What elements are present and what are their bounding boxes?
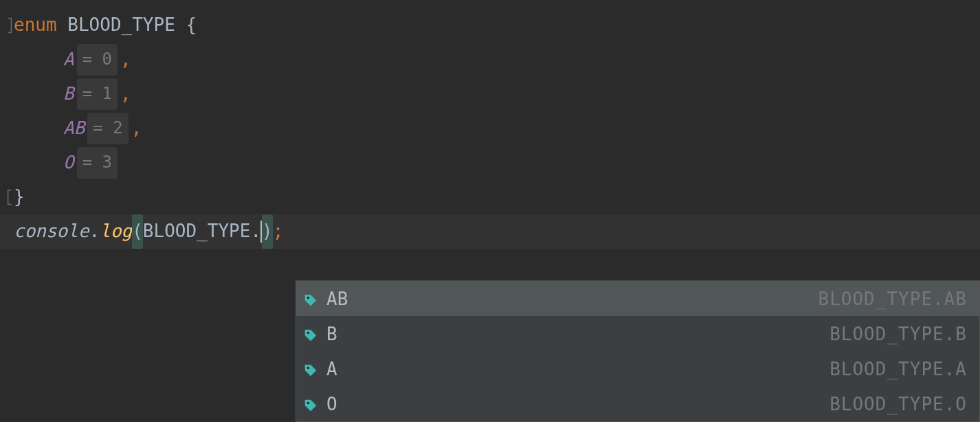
- autocomplete-type: BLOOD_TYPE.O: [829, 394, 967, 414]
- code-line[interactable]: AB = 2 ,: [0, 111, 980, 146]
- code-line-current[interactable]: console . log ( BLOOD_TYPE . ) ;: [0, 214, 980, 249]
- enum-member: AB: [63, 111, 85, 145]
- arg-identifier: BLOOD_TYPE: [143, 214, 251, 248]
- gutter-fold-icon: [7, 187, 12, 208]
- open-brace: {: [186, 8, 197, 42]
- ident-console: console: [14, 214, 89, 248]
- gutter-fold-icon: [7, 15, 12, 36]
- enum-member: O: [63, 146, 74, 179]
- code-line[interactable]: }: [0, 180, 980, 214]
- inlay-hint: = 3: [77, 147, 118, 179]
- close-brace: }: [14, 180, 25, 214]
- svg-point-1: [307, 331, 310, 334]
- inlay-hint: = 1: [77, 78, 118, 110]
- semicolon: ;: [273, 214, 284, 248]
- dot: .: [89, 214, 100, 248]
- autocomplete-type: BLOOD_TYPE.AB: [818, 289, 968, 309]
- autocomplete-label: B: [326, 324, 337, 344]
- code-line[interactable]: B = 1 ,: [0, 77, 980, 111]
- tag-icon: [303, 397, 318, 412]
- code-line[interactable]: enum BLOOD_TYPE {: [0, 8, 980, 43]
- inlay-hint: = 2: [87, 113, 128, 144]
- comma: ,: [120, 43, 131, 76]
- autocomplete-label: AB: [326, 289, 348, 309]
- autocomplete-type: BLOOD_TYPE.A: [829, 359, 967, 379]
- code-line[interactable]: A = 0 ,: [0, 43, 980, 77]
- autocomplete-label: A: [326, 359, 337, 379]
- autocomplete-popup[interactable]: AB BLOOD_TYPE.AB B BLOOD_TYPE.B A BLOOD_…: [296, 280, 980, 422]
- comma: ,: [120, 77, 131, 111]
- autocomplete-item[interactable]: B BLOOD_TYPE.B: [296, 316, 979, 351]
- dot: .: [250, 214, 261, 248]
- autocomplete-item[interactable]: A BLOOD_TYPE.A: [296, 351, 979, 386]
- open-paren: (: [132, 214, 143, 248]
- svg-point-2: [307, 366, 310, 369]
- code-line[interactable]: O = 3: [0, 146, 980, 180]
- svg-point-3: [307, 401, 310, 404]
- tag-icon: [303, 362, 318, 377]
- inlay-hint: = 0: [77, 44, 118, 76]
- enum-identifier: BLOOD_TYPE: [67, 8, 175, 42]
- keyword-enum: enum: [14, 8, 57, 42]
- tag-icon: [303, 291, 318, 307]
- autocomplete-type: BLOOD_TYPE.B: [829, 324, 967, 344]
- comma: ,: [131, 111, 142, 145]
- tag-icon: [303, 326, 318, 342]
- enum-member: A: [63, 43, 74, 76]
- close-paren: ): [262, 214, 273, 248]
- code-editor[interactable]: enum BLOOD_TYPE { A = 0 , B = 1 , AB = 2…: [0, 0, 980, 249]
- autocomplete-label: O: [326, 394, 337, 414]
- autocomplete-item[interactable]: AB BLOOD_TYPE.AB: [296, 281, 979, 316]
- method-log: log: [100, 214, 132, 248]
- enum-member: B: [63, 77, 74, 111]
- autocomplete-item[interactable]: O BLOOD_TYPE.O: [296, 386, 979, 421]
- svg-point-0: [307, 296, 310, 299]
